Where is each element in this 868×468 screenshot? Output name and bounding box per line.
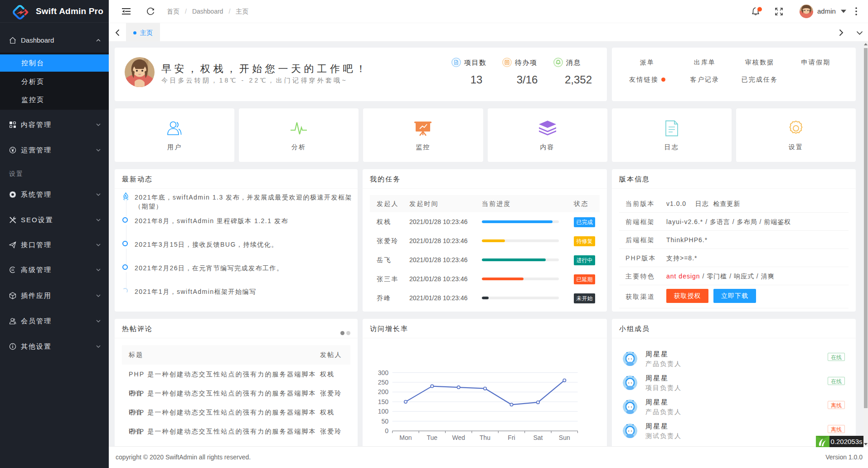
svg-text:Thu: Thu: [480, 434, 490, 441]
svg-text:Sat: Sat: [533, 434, 543, 441]
svg-text:200: 200: [378, 388, 389, 395]
svg-text:Tue: Tue: [427, 434, 437, 441]
svg-text:Fri: Fri: [508, 434, 515, 441]
svg-text:0: 0: [385, 427, 388, 434]
svg-text:Sun: Sun: [559, 434, 570, 441]
svg-text:Wed: Wed: [452, 434, 465, 441]
svg-text:100: 100: [378, 408, 389, 415]
svg-text:250: 250: [378, 379, 389, 386]
svg-text:Mon: Mon: [399, 434, 412, 441]
svg-text:300: 300: [378, 369, 389, 376]
svg-text:150: 150: [378, 398, 389, 405]
svg-text:50: 50: [381, 418, 388, 425]
